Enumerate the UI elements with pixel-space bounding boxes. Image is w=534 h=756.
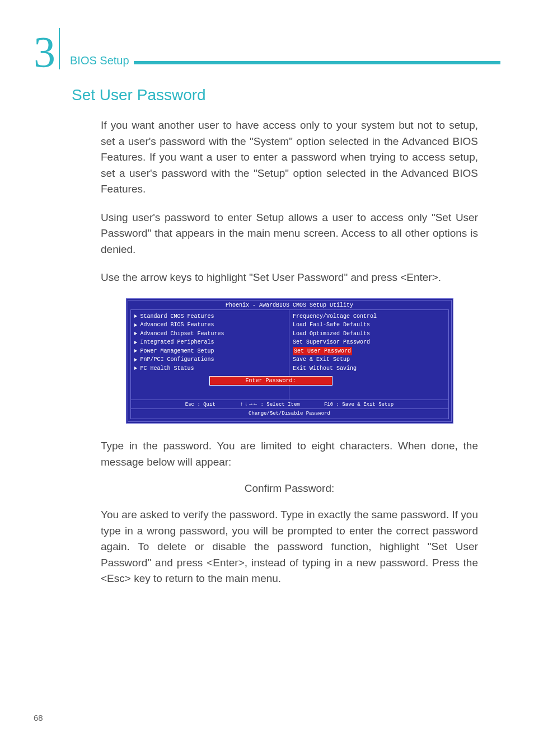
- bios-left-column: Standard CMOS Features Advanced BIOS Fea…: [131, 310, 290, 400]
- password-dialog: Enter Password:: [209, 376, 332, 386]
- bios-item-label: Set User Password: [293, 347, 352, 356]
- header-rule: [134, 61, 500, 64]
- chapter-number: 3: [34, 28, 60, 69]
- paragraph: Type in the password. You are limited to…: [101, 438, 478, 470]
- triangle-icon: [134, 323, 137, 327]
- bios-menu-item-selected: Set User Password: [293, 347, 445, 356]
- bios-item-label: Integrated Peripherals: [140, 338, 214, 347]
- bios-item-label: Advanced Chipset Features: [140, 330, 224, 339]
- bios-help-select: : Select Item: [257, 402, 300, 407]
- triangle-icon: [134, 341, 137, 344]
- bios-menu-item: PC Health Status: [134, 364, 286, 373]
- bios-right-column: Frequency/Voltage Control Load Fail-Safe…: [289, 310, 448, 400]
- bios-title: Phoenix - AwardBIOS CMOS Setup Utility: [128, 300, 451, 309]
- bios-item-label: Exit Without Saving: [293, 364, 357, 373]
- bios-menu-item: Set Supervisor Password: [293, 338, 445, 347]
- bios-menu-item: Load Fail-Safe Defaults: [293, 321, 445, 330]
- bios-footer-text: Change/Set/Disable Password: [134, 410, 445, 418]
- triangle-icon: [134, 367, 137, 370]
- paragraph: You are asked to verify the password. Ty…: [101, 507, 478, 587]
- chapter-label: BIOS Setup: [70, 54, 129, 67]
- arrow-down-icon: ↓: [244, 401, 249, 407]
- triangle-icon: [134, 358, 137, 361]
- bios-menu-item: Standard CMOS Features: [134, 312, 286, 321]
- chapter-label-row: BIOS Setup: [70, 54, 500, 69]
- section-title: Set User Password: [72, 86, 500, 104]
- bios-help-esc: Esc : Quit: [185, 402, 216, 407]
- bios-menu-item: Integrated Peripherals: [134, 338, 286, 347]
- triangle-icon: [134, 349, 137, 353]
- bios-item-label: Standard CMOS Features: [140, 312, 214, 321]
- bios-screenshot: Phoenix - AwardBIOS CMOS Setup Utility S…: [126, 298, 453, 424]
- bios-item-label: Frequency/Voltage Control: [293, 312, 377, 321]
- content-body: If you want another user to have access …: [101, 118, 478, 587]
- bios-menu-item: Load Optimized Defaults: [293, 330, 445, 339]
- password-dialog-label: Enter Password:: [245, 378, 296, 384]
- bios-menu-item: Advanced Chipset Features: [134, 330, 286, 339]
- bios-menu-item: Frequency/Voltage Control: [293, 312, 445, 321]
- bios-item-label: PnP/PCI Configurations: [140, 355, 214, 364]
- bios-item-label: Set Supervisor Password: [293, 338, 370, 347]
- triangle-icon: [134, 332, 137, 335]
- bios-item-label: Save & Exit Setup: [293, 355, 350, 364]
- bios-footer: Change/Set/Disable Password: [131, 408, 448, 419]
- paragraph: If you want another user to have access …: [101, 118, 478, 198]
- arrow-right-icon: →: [249, 401, 253, 407]
- bios-help-save: F10 : Save & Exit Setup: [324, 402, 394, 407]
- confirm-password-label: Confirm Password:: [101, 482, 478, 495]
- bios-help-row: Esc : Quit ↑↓→← : Select Item F10 : Save…: [131, 400, 448, 408]
- triangle-icon: [134, 314, 137, 318]
- bios-menu-item: PnP/PCI Configurations: [134, 355, 286, 364]
- bios-item-label: Load Fail-Safe Defaults: [293, 321, 370, 330]
- bios-item-label: Load Optimized Defaults: [293, 330, 370, 339]
- paragraph: Use the arrow keys to highlight "Set Use…: [101, 270, 478, 286]
- arrow-left-icon: ←: [253, 401, 257, 407]
- bios-menu-item: Advanced BIOS Features: [134, 321, 286, 330]
- bios-menu-item: Exit Without Saving: [293, 364, 445, 373]
- bios-menu-item: Power Management Setup: [134, 347, 286, 356]
- page-header: 3 BIOS Setup: [34, 28, 500, 69]
- bios-item-label: Advanced BIOS Features: [140, 321, 214, 330]
- arrow-up-icon: ↑: [240, 401, 244, 407]
- bios-menu-item: Save & Exit Setup: [293, 355, 445, 364]
- bios-item-label: PC Health Status: [140, 364, 194, 373]
- page-number: 68: [34, 713, 43, 722]
- bios-item-label: Power Management Setup: [140, 347, 214, 356]
- paragraph: Using user's password to enter Setup all…: [101, 210, 478, 258]
